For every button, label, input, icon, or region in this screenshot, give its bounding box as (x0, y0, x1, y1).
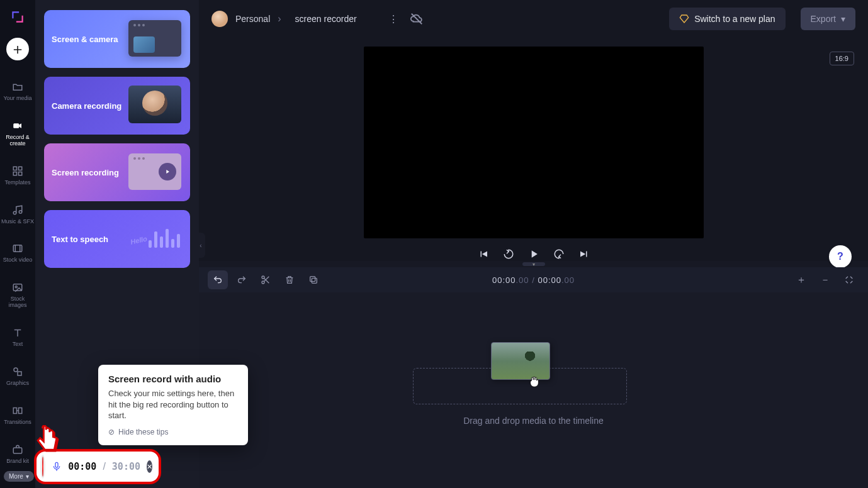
svg-point-6 (19, 210, 22, 213)
svg-rect-0 (13, 123, 19, 128)
tts-hello-label: Hello (130, 235, 148, 245)
undo-button[interactable] (208, 270, 228, 289)
rail-music[interactable]: Music & SFX (0, 202, 35, 226)
delete-button[interactable] (279, 270, 300, 289)
svg-rect-1 (13, 167, 16, 170)
recorder-elapsed: 00:00 (68, 461, 96, 472)
briefcase-icon (11, 443, 24, 456)
export-button[interactable]: Export▾ (801, 8, 855, 30)
svg-rect-2 (19, 167, 22, 170)
avatar[interactable] (211, 11, 228, 27)
aspect-ratio-button[interactable]: 16:9 (830, 52, 854, 65)
svg-rect-7 (13, 245, 22, 252)
camera-icon (11, 119, 24, 132)
rail-stock-images[interactable]: Stock images (0, 280, 35, 310)
svg-rect-4 (19, 172, 22, 175)
play-button[interactable] (527, 247, 541, 261)
diamond-icon (679, 14, 689, 24)
slash-circle-icon: ⊘ (108, 428, 115, 436)
microphone-button[interactable] (52, 460, 62, 473)
play-chip-icon (159, 163, 176, 180)
preview-stage: 16:9 ? (199, 38, 868, 261)
rail-transitions[interactable]: Transitions (0, 403, 35, 427)
card-text-to-speech[interactable]: Text to speech Hello (44, 210, 190, 268)
rail-graphics[interactable]: Graphics (0, 364, 35, 388)
zoom-fit-button[interactable] (839, 270, 859, 289)
tooltip-screen-record-audio: Screen record with audio Check your mic … (98, 365, 248, 445)
svg-rect-19 (55, 462, 58, 467)
rail-stock-video[interactable]: Stock video (0, 241, 35, 265)
cloud-off-icon[interactable] (410, 12, 424, 26)
rail-text[interactable]: Text (0, 325, 35, 349)
recorder-close-button[interactable]: ✕ (147, 460, 152, 473)
main-area: Personal › ⋮ Switch to a new plan Export… (199, 0, 868, 488)
tooltip-title: Screen record with audio (108, 374, 238, 384)
svg-rect-13 (19, 408, 22, 413)
help-button[interactable]: ? (829, 245, 852, 268)
tooltip-hide-button[interactable]: ⊘ Hide these tips (108, 428, 238, 436)
recorder-limit: 30:00 (112, 461, 140, 472)
forward-button[interactable] (552, 247, 566, 261)
switch-plan-button[interactable]: Switch to a new plan (669, 8, 785, 30)
skip-end-button[interactable] (577, 247, 591, 261)
timeline[interactable]: Drag and drop media to the timeline (199, 292, 868, 488)
tooltip-body: Check your mic settings here, then hit t… (108, 388, 238, 421)
chevron-down-icon: ▾ (26, 473, 29, 480)
window-preview-icon (128, 20, 181, 57)
rewind-button[interactable] (502, 247, 516, 261)
project-menu-button[interactable]: ⋮ (385, 13, 402, 25)
svg-point-5 (13, 211, 16, 214)
grab-cursor-icon (527, 374, 541, 388)
text-icon (11, 326, 24, 339)
redo-button[interactable] (232, 270, 252, 289)
left-rail: ＋ Your media Record & create Templates M… (0, 0, 35, 488)
callout-pointer-icon (33, 425, 62, 460)
duplicate-button[interactable] (303, 270, 324, 289)
split-button[interactable] (256, 270, 276, 289)
shapes-icon (11, 365, 24, 378)
preview-canvas[interactable] (364, 47, 704, 238)
rail-more[interactable]: More▾ (4, 471, 34, 482)
image-icon (11, 281, 24, 294)
add-button[interactable]: ＋ (6, 38, 29, 60)
rail-your-media[interactable]: Your media (0, 79, 35, 103)
music-icon (11, 204, 24, 216)
timecode-display: 00:00.00 / 00:00.00 (492, 275, 575, 285)
topbar: Personal › ⋮ Switch to a new plan Export… (199, 0, 868, 38)
transport-controls (476, 247, 591, 261)
svg-point-10 (14, 368, 18, 372)
project-name-input[interactable] (289, 10, 377, 28)
skip-start-button[interactable] (476, 247, 490, 261)
folder-icon (11, 80, 24, 93)
app-logo (8, 8, 27, 26)
face-preview-icon (128, 86, 181, 123)
waveform-icon (149, 229, 180, 248)
workspace-breadcrumb[interactable]: Personal (235, 14, 270, 24)
screen-preview-icon (128, 153, 181, 190)
card-camera-recording[interactable]: Camera recording (44, 77, 190, 135)
grid-icon (11, 165, 24, 177)
svg-rect-17 (312, 278, 317, 283)
timeline-resize-handle[interactable]: ▾ (199, 261, 868, 267)
timeline-toolbar: 00:00.00 / 00:00.00 ＋ － (199, 267, 868, 292)
timeline-drop-label: Drag and drop media to the timeline (199, 416, 868, 426)
svg-rect-3 (13, 172, 16, 175)
svg-rect-18 (310, 277, 315, 282)
rail-templates[interactable]: Templates (0, 164, 35, 187)
film-icon (11, 242, 24, 255)
chevron-down-icon: ▾ (841, 14, 845, 24)
svg-rect-14 (13, 448, 22, 453)
zoom-out-button[interactable]: － (815, 270, 835, 289)
card-screen-recording[interactable]: Screen recording (44, 143, 190, 201)
svg-point-15 (262, 276, 264, 279)
transition-icon (11, 404, 24, 417)
rail-brand-kit[interactable]: Brand kit (0, 442, 35, 466)
svg-point-16 (262, 281, 264, 284)
zoom-in-button[interactable]: ＋ (791, 270, 811, 289)
svg-rect-12 (13, 408, 16, 413)
chevron-right-icon: › (278, 13, 281, 25)
svg-point-9 (15, 286, 17, 288)
svg-rect-11 (18, 372, 21, 375)
rail-record-create[interactable]: Record & create (0, 118, 35, 148)
card-screen-and-camera[interactable]: Screen & camera (44, 10, 190, 68)
